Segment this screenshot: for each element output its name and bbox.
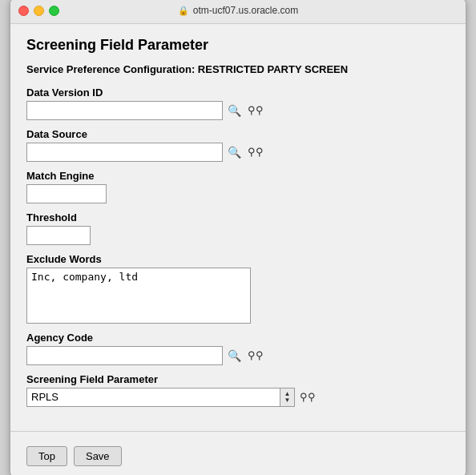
exclude-words-row: Inc, company, ltd: [26, 268, 450, 324]
minimize-button[interactable]: [34, 6, 44, 16]
search-icon: 🔍: [228, 146, 241, 159]
glasses-icon: ⚲⚲: [300, 391, 316, 403]
screening-field-value: RPLS: [27, 391, 280, 403]
screening-field-glasses-button[interactable]: ⚲⚲: [298, 391, 317, 403]
search-icon: 🔍: [228, 104, 241, 117]
threshold-label: Threshold: [26, 211, 450, 223]
lock-icon: 🔒: [178, 6, 189, 16]
threshold-group: Threshold 0.500: [26, 211, 450, 245]
data-source-group: Data Source CUSTOMS INFO 🔍 ⚲⚲: [26, 128, 450, 162]
footer: Top Save: [10, 438, 466, 476]
glasses-icon: ⚲⚲: [248, 146, 264, 158]
data-source-label: Data Source: [26, 128, 450, 140]
select-arrows[interactable]: ▲ ▼: [280, 388, 294, 406]
footer-divider: [10, 431, 466, 432]
exclude-words-textarea[interactable]: Inc, company, ltd: [26, 268, 251, 324]
arrow-down-icon: ▼: [284, 397, 291, 404]
glasses-icon: ⚲⚲: [248, 349, 264, 361]
threshold-row: 0.500: [26, 226, 450, 245]
save-button[interactable]: Save: [74, 446, 122, 466]
screening-field-row: RPLS ▲ ▼ ⚲⚲: [26, 388, 450, 407]
agency-code-search-button[interactable]: 🔍: [226, 349, 243, 362]
data-version-id-search-button[interactable]: 🔍: [226, 104, 243, 117]
traffic-lights: [18, 6, 59, 16]
agency-code-label: Agency Code: [26, 332, 450, 344]
match-engine-row: Dice: [26, 184, 450, 203]
data-version-id-group: Data Version ID 🔍 ⚲⚲: [26, 87, 450, 120]
match-engine-input[interactable]: Dice: [26, 184, 107, 203]
data-version-id-input[interactable]: [26, 101, 223, 120]
close-button[interactable]: [18, 6, 29, 16]
match-engine-label: Match Engine: [26, 170, 450, 182]
title-bar-text: 🔒 otm-ucf07.us.oracle.com: [178, 5, 298, 16]
match-engine-group: Match Engine Dice: [26, 170, 450, 203]
maximize-button[interactable]: [49, 6, 59, 16]
data-source-glasses-button[interactable]: ⚲⚲: [246, 146, 265, 158]
main-window: 🔒 otm-ucf07.us.oracle.com Screening Fiel…: [10, 0, 466, 475]
agency-code-group: Agency Code 🔍 ⚲⚲: [26, 332, 450, 365]
top-button[interactable]: Top: [26, 446, 67, 466]
exclude-words-group: Exclude Words Inc, company, ltd: [26, 253, 450, 324]
search-icon: 🔍: [228, 349, 241, 362]
exclude-words-label: Exclude Words: [26, 253, 450, 265]
data-version-id-glasses-button[interactable]: ⚲⚲: [246, 104, 265, 116]
data-source-row: CUSTOMS INFO 🔍 ⚲⚲: [26, 143, 450, 162]
threshold-input[interactable]: 0.500: [26, 226, 91, 245]
data-version-id-label: Data Version ID: [26, 87, 450, 99]
page-title: Screening Field Parameter: [26, 37, 450, 54]
data-version-id-row: 🔍 ⚲⚲: [26, 101, 450, 120]
agency-code-row: 🔍 ⚲⚲: [26, 346, 450, 365]
subtitle: Service Preference Configuration: RESTRI…: [26, 63, 450, 75]
title-bar: 🔒 otm-ucf07.us.oracle.com: [10, 0, 466, 24]
glasses-icon: ⚲⚲: [248, 104, 264, 116]
screening-field-label: Screening Field Parameter: [26, 373, 450, 385]
agency-code-glasses-button[interactable]: ⚲⚲: [246, 349, 265, 361]
agency-code-input[interactable]: [26, 346, 223, 365]
form-content: Screening Field Parameter Service Prefer…: [10, 24, 466, 428]
data-source-search-button[interactable]: 🔍: [226, 146, 243, 159]
screening-field-select[interactable]: RPLS ▲ ▼: [26, 388, 295, 407]
screening-field-group: Screening Field Parameter RPLS ▲ ▼ ⚲⚲: [26, 373, 450, 407]
url-text: otm-ucf07.us.oracle.com: [193, 5, 298, 16]
data-source-input[interactable]: CUSTOMS INFO: [26, 143, 223, 162]
